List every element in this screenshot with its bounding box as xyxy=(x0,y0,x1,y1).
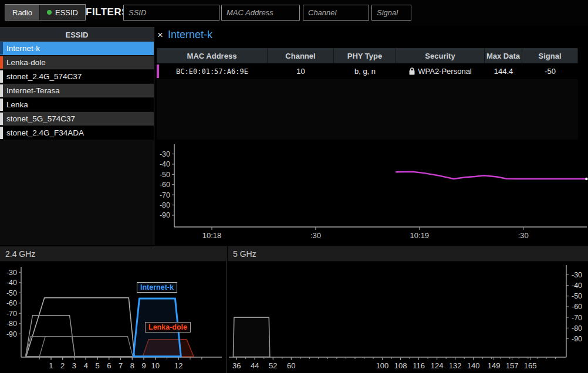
svg-text:124: 124 xyxy=(431,361,444,370)
active-indicator-dot-icon xyxy=(47,10,52,15)
column-header-max-data[interactable]: Max Data xyxy=(485,48,522,63)
close-icon[interactable]: × xyxy=(157,30,163,40)
essid-color-chip xyxy=(0,70,3,83)
svg-text:-30: -30 xyxy=(6,269,17,277)
svg-text:60: 60 xyxy=(287,361,295,370)
svg-text:-60: -60 xyxy=(6,299,17,307)
essid-sidebar: ESSID Internet-kLenka-dolestonet_2.4G_57… xyxy=(0,27,154,245)
filter-input-mac-address[interactable] xyxy=(221,5,300,21)
network-table-header: MAC AddressChannelPHY TypeSecurityMax Da… xyxy=(157,48,578,63)
column-header-channel[interactable]: Channel xyxy=(268,48,334,63)
essid-item-label: Lenka-dole xyxy=(6,58,46,67)
band-5-chart: -30-40-50-60-70-80-903644526010010811612… xyxy=(228,262,588,373)
cell-max-data: 144.4 xyxy=(485,64,522,79)
essid-color-chip xyxy=(0,42,3,55)
svg-text:9: 9 xyxy=(141,361,146,370)
svg-text:-40: -40 xyxy=(160,160,170,168)
signal-time-chart: -30-40-50-60-70-80-9010:18:3010:19:30 xyxy=(154,141,588,245)
essid-list: Internet-kLenka-dolestonet_2.4G_574C37In… xyxy=(0,42,154,140)
svg-text:-90: -90 xyxy=(572,335,582,343)
essid-item-label: Internet-Terasa xyxy=(6,86,60,95)
svg-text:149: 149 xyxy=(488,361,501,370)
svg-text:-50: -50 xyxy=(6,289,17,297)
column-header-signal[interactable]: Signal xyxy=(522,48,578,63)
essid-item-stonet_5G_574C37[interactable]: stonet_5G_574C37 xyxy=(0,112,154,126)
radio-toggle-button[interactable]: Radio xyxy=(5,5,40,20)
svg-text:-70: -70 xyxy=(6,310,17,318)
svg-text:165: 165 xyxy=(524,361,537,370)
essid-color-chip xyxy=(0,56,3,69)
row-color-indicator xyxy=(157,65,159,78)
svg-text:-80: -80 xyxy=(6,320,17,328)
svg-text:5: 5 xyxy=(95,361,99,370)
svg-text:-80: -80 xyxy=(160,201,170,209)
svg-text:44: 44 xyxy=(251,361,259,370)
svg-text::30: :30 xyxy=(518,231,529,240)
network-table-empty-area xyxy=(157,79,578,140)
essid-item-Internet-k[interactable]: Internet-k xyxy=(0,42,154,56)
svg-text:-30: -30 xyxy=(572,271,582,279)
essid-item-Internet-Terasa[interactable]: Internet-Terasa xyxy=(0,84,154,98)
svg-text:12: 12 xyxy=(174,361,183,370)
svg-text:-50: -50 xyxy=(572,292,582,300)
svg-text:-90: -90 xyxy=(160,211,170,219)
cell-phy-type: b, g, n xyxy=(334,64,396,79)
essid-item-Lenka-dole[interactable]: Lenka-dole xyxy=(0,56,154,70)
essid-color-chip xyxy=(0,84,3,97)
filter-input-ssid[interactable] xyxy=(123,5,219,21)
svg-text:108: 108 xyxy=(394,361,407,370)
filter-input-signal[interactable] xyxy=(371,5,411,21)
essid-toggle-button[interactable]: ESSID xyxy=(40,5,85,20)
svg-text:-30: -30 xyxy=(160,150,170,158)
column-header-mac-address[interactable]: MAC Address xyxy=(157,48,268,63)
essid-item-Lenka[interactable]: Lenka xyxy=(0,98,154,112)
band-24-svg: -30-40-50-60-70-80-901234567891012 xyxy=(0,262,226,373)
svg-text:-90: -90 xyxy=(6,330,17,338)
detail-header: × Internet-k xyxy=(157,29,212,41)
svg-text:-40: -40 xyxy=(572,282,582,290)
essid-item-stonet_2.4G_F34ADA[interactable]: stonet_2.4G_F34ADA xyxy=(0,126,154,140)
cell-channel: 10 xyxy=(268,64,334,79)
security-text: WPA2-Personal xyxy=(418,67,472,76)
svg-text:132: 132 xyxy=(449,361,462,370)
lock-icon xyxy=(409,67,415,75)
svg-text:-70: -70 xyxy=(160,191,170,199)
essid-item-label: stonet_2.4G_574C37 xyxy=(6,72,82,81)
svg-text:100: 100 xyxy=(376,361,389,370)
essid-item-label: stonet_2.4G_F34ADA xyxy=(6,128,84,137)
detail-title: Internet-k xyxy=(168,29,212,41)
filter-input-channel[interactable] xyxy=(303,5,369,21)
essid-item-stonet_2.4G_574C37[interactable]: stonet_2.4G_574C37 xyxy=(0,70,154,84)
band-5-title: 5 GHz xyxy=(233,249,256,259)
lenka-dole-flag: Lenka-dole xyxy=(145,322,191,333)
essid-toggle-label: ESSID xyxy=(55,8,78,17)
column-header-security[interactable]: Security xyxy=(396,48,485,63)
svg-text:4: 4 xyxy=(84,361,88,370)
network-table-row[interactable]: BC:E0:01:57:A6:9E10b, g, nWPA2-Personal1… xyxy=(157,64,578,79)
band-5-header: 5 GHz xyxy=(228,246,588,262)
column-header-phy-type[interactable]: PHY Type xyxy=(334,48,396,63)
svg-text:-60: -60 xyxy=(160,181,170,189)
series-unlabeled-weak-small xyxy=(39,337,75,357)
svg-text:-40: -40 xyxy=(6,279,17,287)
essid-list-header: ESSID xyxy=(0,28,154,42)
internet-k-flag: Internet-k xyxy=(137,282,177,293)
svg-text:140: 140 xyxy=(467,361,480,370)
svg-text:2: 2 xyxy=(60,361,65,370)
svg-text:157: 157 xyxy=(506,361,519,370)
svg-text:-60: -60 xyxy=(572,303,582,311)
cell-mac-address: BC:E0:01:57:A6:9E xyxy=(157,64,268,79)
radio-toggle-label: Radio xyxy=(12,8,32,17)
series-stonet_5G_574C37-shape xyxy=(233,317,269,357)
current-point-marker xyxy=(585,178,587,180)
svg-text:10: 10 xyxy=(151,361,160,370)
band-24-header: 2.4 GHz xyxy=(0,246,226,262)
essid-item-label: stonet_5G_574C37 xyxy=(6,114,75,123)
series-unlabeled-weak-wide xyxy=(26,337,133,357)
svg-text:7: 7 xyxy=(119,361,123,370)
essid-item-label: Lenka xyxy=(6,100,28,109)
band-24-title: 2.4 GHz xyxy=(5,249,35,259)
essid-color-chip xyxy=(0,113,3,125)
svg-text:10:19: 10:19 xyxy=(410,231,430,240)
svg-text:-80: -80 xyxy=(572,324,582,333)
